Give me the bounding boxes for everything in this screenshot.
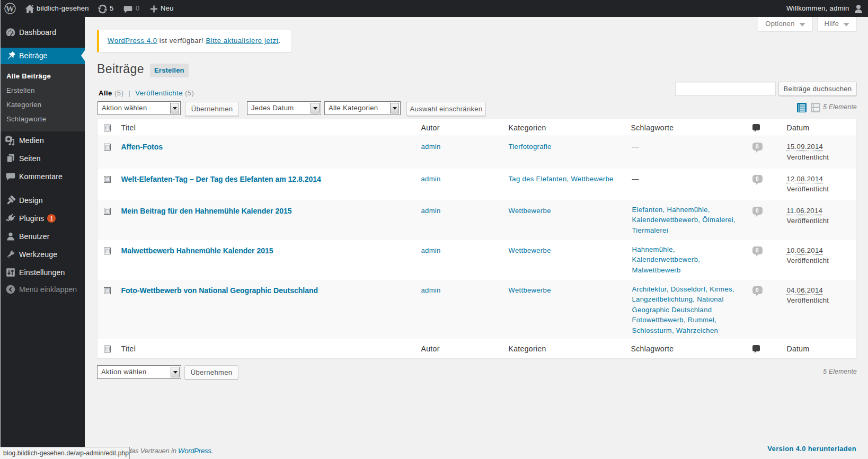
svg-text:W: W xyxy=(6,4,14,13)
